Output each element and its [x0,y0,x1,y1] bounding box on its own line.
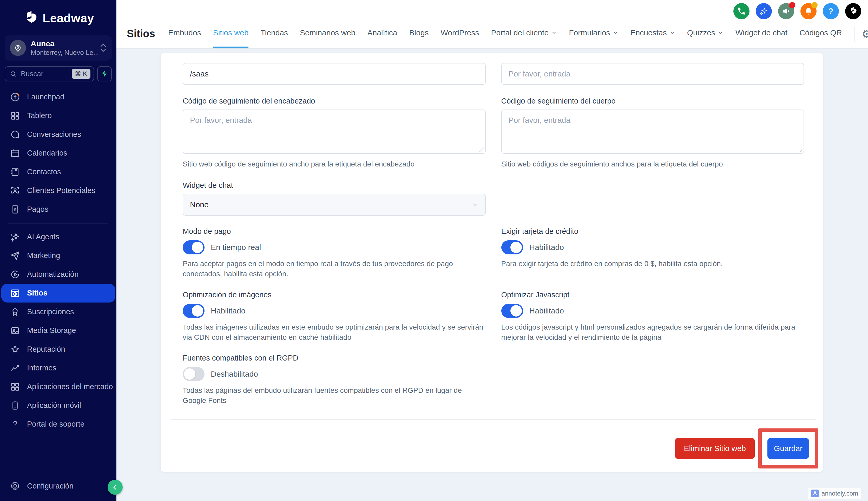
js-optimization-label: Optimizar Javascript [501,290,804,299]
content-area: Código de seguimiento del encabezado Cód… [117,49,868,501]
tab-embudos[interactable]: Embudos [168,28,201,49]
image-optimization-toggle[interactable] [183,304,205,318]
chat-widget-select[interactable]: None [183,194,486,216]
sidebar-item-suscripciones[interactable]: Suscripciones [0,302,117,321]
ai-assistant-button[interactable] [756,3,772,19]
sidebar-item-label: Contactos [27,168,61,176]
payments-receipt-icon: $ [10,204,20,215]
image-optimization-help: Todas las imágenes utilizadas en este em… [183,322,484,342]
delete-site-button[interactable]: Eliminar Sitio web [675,438,755,459]
tracking-labels-row: Código de seguimiento del encabezado Cód… [183,85,804,109]
trend-line-icon [10,363,20,373]
save-button[interactable]: Guardar [767,438,809,459]
tab-tiendas[interactable]: Tiendas [261,28,288,49]
sidebar-item-aplicacion-movil[interactable]: Aplicación móvil [0,396,117,415]
tab-quizzes[interactable]: Quizzes [687,28,724,49]
apps-grid-icon [10,382,20,392]
sidebar-item-informes[interactable]: Informes [0,359,117,377]
gdpr-fonts-help: Todas las páginas del embudo utilizarán … [183,385,469,406]
tab-encuestas[interactable]: Encuestas [630,28,675,49]
gdpr-fonts-state: Deshabilitado [211,370,258,379]
tab-wordpress[interactable]: WordPress [441,28,479,49]
megaphone-icon [781,7,791,16]
ai-sparkles-icon [759,7,768,16]
tab-sitios-web[interactable]: Sitios web [213,28,249,49]
search-placeholder: Buscar [21,70,68,78]
phone-button[interactable] [733,3,749,19]
chevron-down-icon [669,30,675,36]
tab-widget-de-chat[interactable]: Widget de chat [735,28,788,49]
leads-network-icon [10,185,20,196]
credit-card-label: Exigir tarjeta de crédito [501,227,804,236]
site-path-input[interactable] [183,63,486,85]
sidebar-item-aplicaciones-mercado[interactable]: Aplicaciones del mercado [0,377,117,396]
credit-card-state: Habilitado [529,243,564,252]
sidebar-item-automatizacion[interactable]: Automatización [0,265,117,284]
body-code-textarea[interactable] [501,109,804,154]
sidebar-item-reputacion[interactable]: Reputación [0,340,117,359]
main-area: ? Sitios Embudos Sitios web Tiendas Semi… [117,0,868,501]
tab-analitica[interactable]: Analítica [367,28,397,49]
body-code-label: Código de seguimiento del cuerpo [501,97,804,105]
sidebar-item-portal-soporte[interactable]: ? Portal de soporte [0,415,117,434]
sidebar-item-label: Aplicación móvil [27,401,81,410]
sidebar-item-clientes-potenciales[interactable]: Clientes Potenciales [0,181,117,200]
js-optimization-toggle[interactable] [501,304,523,318]
payment-mode-help: Para aceptar pagos en el modo en tiempo … [183,258,484,279]
help-button[interactable]: ? [823,3,839,19]
header-code-textarea[interactable] [183,109,486,154]
sidebar-item-label: Portal de soporte [27,420,85,428]
gdpr-row: Fuentes compatibles con el RGPD Deshabil… [183,354,804,406]
sidebar-item-configuracion[interactable]: Configuración [0,477,117,495]
tab-blogs[interactable]: Blogs [409,28,429,49]
workspace-name: Aunea [31,39,55,48]
header-code-wrap [183,109,486,155]
sidebar-item-marketing[interactable]: Marketing [0,246,117,265]
tab-formularios[interactable]: Formularios [569,28,618,49]
sidebar-item-launchpad[interactable]: Launchpad [0,88,117,106]
sidebar-item-label: Suscripciones [27,308,74,316]
sidebar-item-label: Media Storage [27,326,76,335]
sidebar-item-sitios[interactable]: Sitios [1,284,115,302]
mobile-phone-icon [10,400,20,411]
chevron-down-icon [613,30,618,36]
announcements-button[interactable] [778,3,794,19]
sidebar-item-contactos[interactable]: Contactos [0,162,117,181]
brand-button[interactable] [845,3,861,19]
sidebar-item-label: Marketing [27,251,60,260]
sidebar-item-ai-agents[interactable]: AI Agents [0,227,117,246]
quick-actions-button[interactable] [97,66,112,82]
tab-codigos-qr[interactable]: Códigos QR [799,28,842,49]
gdpr-fonts-toggle[interactable] [183,367,205,381]
sidebar-item-tablero[interactable]: Tablero [0,106,117,125]
notifications-button[interactable] [800,3,816,19]
app-root: Leadway Aunea Monterrey, Nuevo Le... [0,0,868,501]
tab-seminarios-web[interactable]: Seminarios web [300,28,355,49]
browser-globe-icon [10,288,20,298]
sidebar-item-pagos[interactable]: $ Pagos [0,200,117,219]
sidebar-item-label: Pagos [27,205,48,214]
sidebar-collapse-button[interactable] [108,480,123,495]
ribbon-badge-icon [10,307,20,317]
payment-mode-toggle[interactable] [183,241,205,254]
sidebar-item-label: Aplicaciones del mercado [27,382,113,391]
footer-divider [171,419,816,419]
settings-gear-icon[interactable]: ⚙ [862,28,868,40]
sidebar-item-calendarios[interactable]: Calendarios [0,144,117,162]
automation-play-icon [10,269,20,280]
header-code-label: Código de seguimiento del encabezado [183,97,486,105]
site-path-secondary-input[interactable] [501,63,804,85]
credit-card-toggle[interactable] [501,241,523,254]
nav-row: Sitios Embudos Sitios web Tiendas Semina… [127,22,859,49]
workspace-selector[interactable]: Aunea Monterrey, Nuevo Le... [5,35,112,61]
settings-card: Código de seguimiento del encabezado Cód… [161,53,823,472]
image-optimization-state: Habilitado [211,307,245,315]
search-input[interactable]: Buscar ⌘ K [5,66,94,82]
lightning-icon [100,70,109,78]
sidebar-item-label: Automatización [27,270,78,279]
tab-portal-del-cliente[interactable]: Portal del cliente [491,28,557,49]
sidebar-item-media-storage[interactable]: Media Storage [0,321,117,340]
sparkles-icon [10,232,20,242]
sidebar-menu-tools: AI Agents Marketing Automatización [0,227,117,434]
sidebar-item-conversaciones[interactable]: Conversaciones [0,125,117,144]
